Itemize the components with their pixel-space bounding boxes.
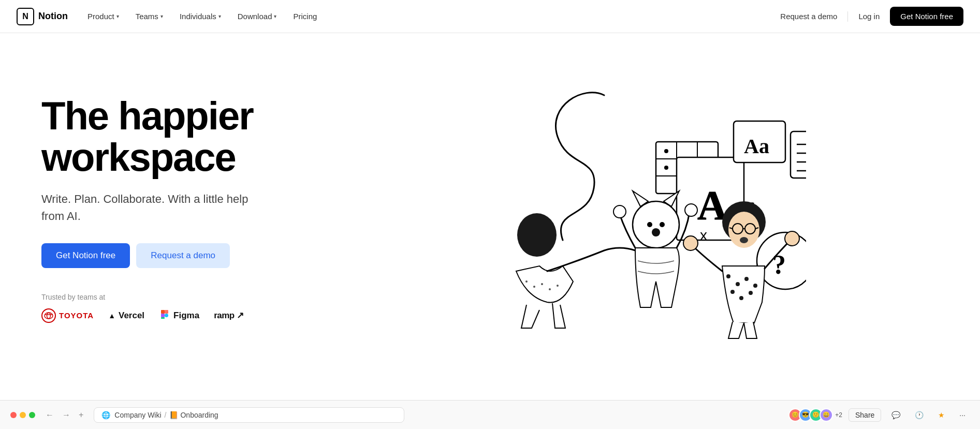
svg-point-50 [740,237,748,243]
svg-point-52 [736,282,740,286]
hero-image: A ∫ x ✓ Aa ? [402,75,806,344]
svg-point-41 [613,205,626,218]
hero-illustration-svg: A ∫ x ✓ Aa ? [402,75,806,344]
svg-point-40 [652,228,660,236]
nav-right: Request a demo Log in Get Notion free [778,7,963,26]
svg-text:Aa: Aa [744,135,769,158]
svg-point-0 [45,313,53,319]
notion-logo-icon: N [17,8,34,25]
chevron-down-icon: ▾ [160,13,163,19]
hero-illustration: A ∫ x ✓ Aa ? [269,75,939,344]
vercel-icon: ▲ [108,312,115,320]
svg-rect-4 [165,310,168,314]
logo-vercel: ▲ Vercel [108,310,144,321]
svg-point-1 [47,313,51,318]
svg-point-38 [647,222,652,227]
svg-point-58 [683,236,698,250]
hero-content: The happier workspace Write. Plan. Colla… [41,95,269,323]
login-button[interactable]: Log in [856,8,882,25]
svg-point-29 [517,213,557,257]
svg-rect-3 [161,310,165,314]
svg-point-31 [533,286,535,288]
svg-point-39 [660,222,665,227]
svg-point-33 [549,288,551,290]
svg-point-57 [749,291,753,295]
trusted-logos: TOYOTA ▲ Vercel [41,308,269,323]
nav-item-download[interactable]: Download ▾ [230,8,284,25]
svg-point-35 [633,201,679,248]
chevron-down-icon: ▾ [218,13,221,19]
nav-item-individuals[interactable]: Individuals ▾ [172,8,228,25]
svg-point-55 [730,290,735,294]
svg-text:?: ? [772,250,786,279]
svg-rect-5 [161,314,165,317]
figma-icon [159,308,170,323]
notion-logo[interactable]: N Notion [17,8,68,25]
logo-toyota: TOYOTA [41,308,94,323]
hero-buttons: Get Notion free Request a demo [41,243,269,268]
nav-divider [847,11,848,22]
svg-point-53 [744,277,749,281]
hero-subtitle: Write. Plan. Collaborate. With a little … [41,190,269,225]
request-demo-button[interactable]: Request a demo [778,8,839,25]
svg-point-42 [685,204,697,216]
nav-left: N Notion Product ▾ Teams ▾ Individuals ▾… [17,8,324,25]
notion-logo-text: Notion [38,11,68,22]
svg-point-51 [726,274,730,278]
svg-point-13 [664,149,668,153]
svg-point-54 [753,284,757,288]
nav-item-pricing[interactable]: Pricing [286,8,324,25]
svg-point-32 [541,283,543,285]
svg-point-7 [165,314,168,317]
hero-section: The happier workspace Write. Plan. Colla… [0,33,980,354]
svg-point-56 [739,296,743,300]
get-notion-free-nav-button[interactable]: Get Notion free [890,7,963,26]
svg-rect-6 [161,317,165,319]
trusted-section: Trusted by teams at TOYOTA ▲ Vercel [41,293,269,323]
nav-item-teams[interactable]: Teams ▾ [128,8,170,25]
hero-title: The happier workspace [41,95,269,178]
toyota-icon [41,308,56,323]
chevron-down-icon: ▾ [274,13,276,19]
svg-point-14 [664,166,668,170]
get-notion-free-hero-button[interactable]: Get Notion free [41,243,130,268]
svg-point-30 [525,280,528,283]
svg-point-34 [557,285,559,287]
svg-text:x: x [700,227,707,243]
logo-figma: Figma [159,308,199,323]
request-demo-hero-button[interactable]: Request a demo [136,243,230,268]
navbar: N Notion Product ▾ Teams ▾ Individuals ▾… [0,0,980,33]
logo-ramp: ramp ↗ [214,310,243,321]
trusted-label: Trusted by teams at [41,293,269,301]
svg-point-59 [785,231,799,246]
chevron-down-icon: ▾ [116,13,119,19]
nav-items: Product ▾ Teams ▾ Individuals ▾ Download… [80,8,324,25]
nav-item-product[interactable]: Product ▾ [80,8,126,25]
